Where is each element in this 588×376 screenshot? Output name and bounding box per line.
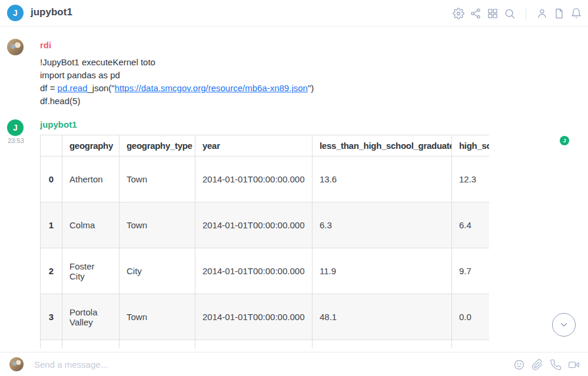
row-index (41, 340, 62, 349)
rdi-message-body: !JupyBot1 executeKernel toto import pand… (40, 56, 314, 108)
message-line: df.head(5) (40, 95, 314, 108)
emoji-icon[interactable] (513, 359, 525, 371)
badge-letter: J (563, 138, 566, 144)
search-icon[interactable] (504, 8, 516, 19)
table-cell: 0.0 (452, 294, 490, 340)
table-cell (119, 340, 195, 349)
phone-icon[interactable] (550, 359, 562, 371)
table-cell: Town (119, 157, 195, 202)
jupybot1-avatar[interactable]: J (7, 119, 24, 136)
row-index: 0 (41, 157, 62, 202)
table-cell: Town (119, 294, 195, 340)
composer-actions (513, 352, 580, 376)
table-cell: 2014-01-01T00:00:00.000 (195, 157, 313, 202)
column-header: less_than_high_school_graduate (313, 135, 452, 157)
video-camera-icon[interactable] (568, 359, 580, 371)
table-cell: 6.4 (452, 202, 490, 248)
message-line: df = pd.read_json("https://data.smcgov.o… (40, 82, 314, 95)
table-header-row: geography geography_type year less_than_… (41, 135, 490, 157)
jupybot1-username[interactable]: jupybot1 (40, 119, 77, 129)
message-input[interactable] (34, 356, 499, 372)
jump-to-bottom-button[interactable] (552, 313, 576, 337)
message-line: !JupyBot1 executeKernel toto (40, 56, 314, 69)
table-cell: 48.1 (313, 294, 452, 340)
rdi-avatar[interactable] (7, 39, 24, 55)
pd-read-link[interactable]: pd.read (58, 83, 88, 93)
dataframe-table: geography geography_type year less_than_… (40, 135, 489, 348)
table-row: 3 Portola Valley Town 2014-01-01T00:00:0… (41, 294, 490, 340)
jupybot1-avatar-letter: J (13, 123, 18, 132)
table-cell: 13.6 (313, 157, 452, 202)
table-cell (452, 340, 490, 349)
user-icon[interactable] (536, 8, 548, 19)
dataset-url-link[interactable]: https://data.smcgov.org/resource/mb6a-xn… (115, 83, 308, 93)
table-cell: 11.9 (313, 248, 452, 294)
share-icon[interactable] (470, 8, 481, 19)
code-text: ") (308, 83, 314, 93)
column-header: year (195, 135, 313, 157)
table-cell: Town (119, 202, 195, 248)
read-receipt-avatar-badge: J (560, 136, 569, 145)
column-header: geography (62, 135, 119, 157)
topbar-divider (526, 7, 526, 20)
column-header: high_school_graduate (452, 135, 490, 157)
row-index: 3 (41, 294, 62, 340)
table-cell: 2014-01-01T00:00:00.000 (195, 294, 313, 340)
table-cell: 12.3 (452, 157, 490, 202)
table-cell: Portola Valley (62, 294, 119, 340)
row-index: 2 (41, 248, 62, 294)
table-cell: Colma (62, 202, 119, 248)
rdi-username[interactable]: rdi (40, 40, 51, 50)
bell-icon[interactable] (570, 8, 582, 19)
topbar-actions (453, 0, 582, 26)
current-user-avatar (9, 357, 24, 371)
column-header (41, 135, 62, 157)
table-cell (313, 340, 452, 349)
code-text: _json(" (87, 83, 114, 93)
dataframe-table-container[interactable]: geography geography_type year less_than_… (40, 135, 489, 348)
table-cell (62, 340, 119, 349)
table-cell (195, 340, 313, 349)
table-row-partial (41, 340, 490, 349)
room-title[interactable]: jupybot1 (31, 6, 72, 18)
chevron-down-icon (559, 320, 569, 330)
table-cell: 9.7 (452, 248, 490, 294)
chat-app-window: J jupybot1 (0, 0, 588, 376)
code-text: df = (40, 83, 58, 93)
message-timestamp: 23:53 (7, 137, 25, 144)
table-cell: Atherton (62, 157, 119, 202)
table-cell: Foster City (62, 248, 119, 294)
message-line: import pandas as pd (40, 69, 314, 82)
table-cell: 2014-01-01T00:00:00.000 (195, 248, 313, 294)
room-avatar-letter: J (13, 8, 18, 18)
table-cell: 6.3 (313, 202, 452, 248)
message-composer (0, 352, 588, 376)
table-cell: 2014-01-01T00:00:00.000 (195, 202, 313, 248)
table-cell: City (119, 248, 195, 294)
table-row: 0 Atherton Town 2014-01-01T00:00:00.000 … (41, 157, 490, 202)
room-avatar[interactable]: J (7, 5, 24, 21)
attachment-icon[interactable] (531, 359, 543, 371)
table-row: 2 Foster City City 2014-01-01T00:00:00.0… (41, 248, 490, 294)
document-icon[interactable] (553, 8, 565, 19)
apps-grid-icon[interactable] (487, 8, 499, 19)
settings-icon[interactable] (453, 8, 464, 19)
column-header: geography_type (119, 135, 195, 157)
top-bar: J jupybot1 (0, 0, 588, 26)
row-index: 1 (41, 202, 62, 248)
table-row: 1 Colma Town 2014-01-01T00:00:00.000 6.3… (41, 202, 490, 248)
